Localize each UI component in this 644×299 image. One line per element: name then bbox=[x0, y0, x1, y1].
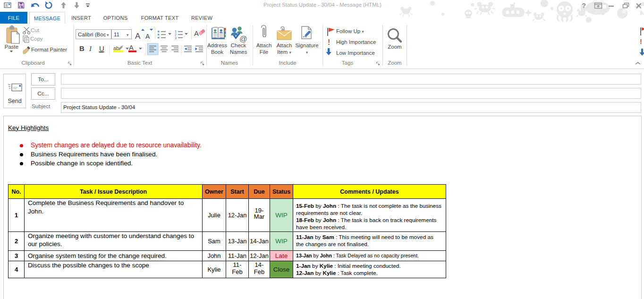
svg-text:I: I bbox=[89, 45, 92, 52]
svg-text:3: 3 bbox=[175, 36, 177, 40]
svg-text:A: A bbox=[129, 43, 134, 51]
svg-text:A: A bbox=[135, 32, 141, 41]
svg-text:U: U bbox=[99, 44, 104, 52]
svg-text:2: 2 bbox=[175, 33, 177, 36]
svg-text:?: ? bbox=[582, 1, 586, 9]
svg-text:@: @ bbox=[239, 34, 247, 43]
svg-text:A: A bbox=[145, 33, 150, 40]
svg-text:1: 1 bbox=[175, 30, 177, 33]
svg-text:A: A bbox=[194, 29, 199, 37]
svg-text:B: B bbox=[79, 44, 85, 52]
svg-text:!: ! bbox=[640, 37, 642, 45]
svg-text:!: ! bbox=[328, 38, 330, 46]
svg-text:ab: ab bbox=[113, 45, 119, 51]
